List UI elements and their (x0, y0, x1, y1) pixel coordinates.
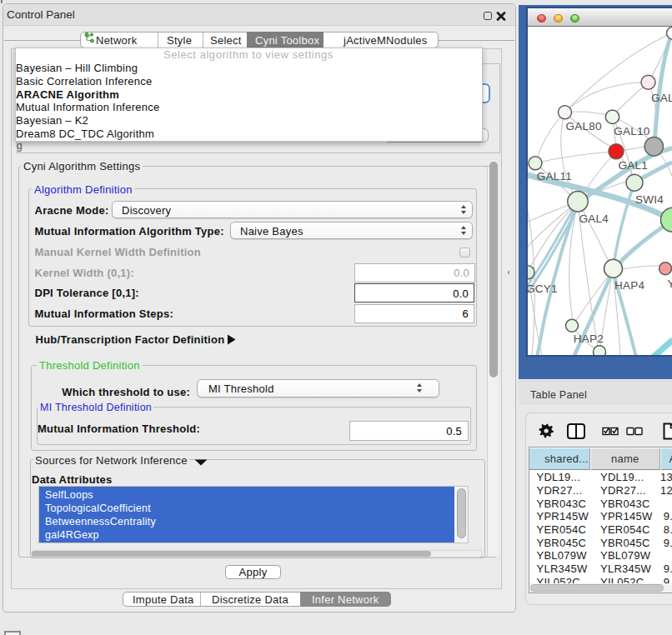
svg-text:SWI4: SWI4 (635, 193, 664, 206)
svg-text:GAL1: GAL1 (619, 159, 649, 172)
svg-text:GAL10: GAL10 (614, 125, 649, 138)
svg-text:GAL7: GAL7 (651, 91, 672, 103)
svg-text:GAL80: GAL80 (566, 119, 602, 132)
svg-text:HAP4: HAP4 (614, 279, 645, 292)
svg-text:GAL4: GAL4 (579, 212, 609, 225)
svg-text:HAP2: HAP2 (574, 332, 604, 344)
svg-text:Y: Y (668, 278, 672, 290)
svg-text:GAL11: GAL11 (537, 170, 572, 182)
svg-text:GCY1: GCY1 (528, 282, 558, 295)
